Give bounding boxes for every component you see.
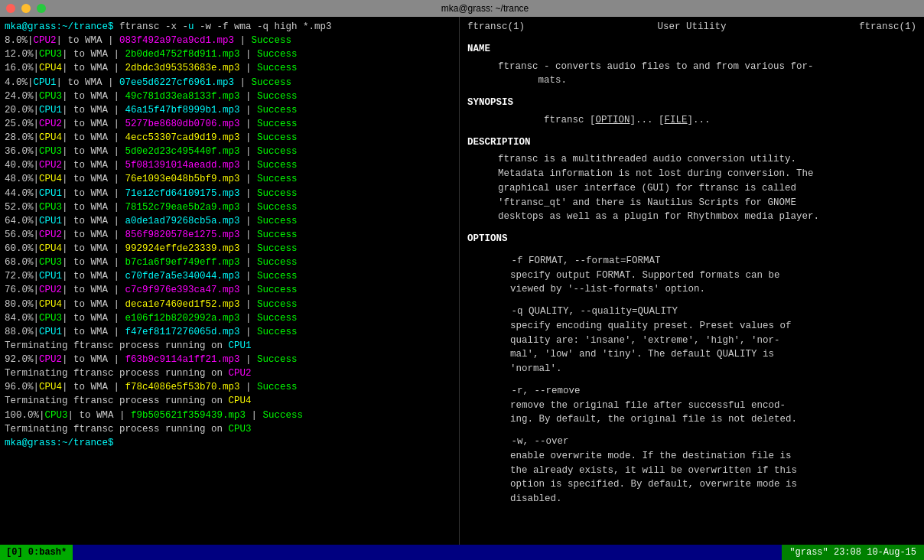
title-bar: mka@grass: ~/trance: [0, 0, 924, 17]
output-line: 76.0%|CPU2| to WMA | c7c9f976e393ca47.mp…: [5, 283, 454, 297]
final-prompt: mka@grass:~/trance$: [5, 436, 454, 450]
output-line: 16.0%|CPU4| to WMA | 2dbdc3d95353683e.mp…: [5, 61, 454, 75]
output-line: 8.0%|CPU2| to WMA | 083f492a97ea9cd1.mp3…: [5, 34, 454, 47]
output-line: 48.0%|CPU4| to WMA | 76e1093e048b5bf9.mp…: [5, 172, 454, 186]
output-line: 56.0%|CPU2| to WMA | 856f9820578e1275.mp…: [5, 228, 454, 242]
man-option-q: -q QUALITY, --quality=QUALITY: [467, 304, 916, 319]
output-line: 4.0%|CPU1| to WMA | 07ee5d6227cf6961.mp3…: [5, 76, 454, 90]
output-line: 40.0%|CPU2| to WMA | 5f081391014aeadd.mp…: [5, 158, 454, 172]
command-line: mka@grass:~/trance$ ftransc -x -u -w -f …: [5, 20, 454, 34]
output-line: 25.0%|CPU2| to WMA | 5277be8680db0706.mp…: [5, 117, 454, 131]
main-area: mka@grass:~/trance$ ftransc -x -u -w -f …: [0, 17, 924, 545]
status-tab[interactable]: [0] 0:bash*: [0, 545, 73, 560]
maximize-button[interactable]: [37, 4, 46, 13]
man-header-right: ftransc(1): [859, 20, 916, 34]
man-page-header: ftransc(1) User Utility ftransc(1): [467, 20, 916, 34]
output-line: 92.0%|CPU2| to WMA | f63b9c9114a1ff21.mp…: [5, 353, 454, 366]
right-manpage-pane: ftransc(1) User Utility ftransc(1) NAME …: [459, 17, 924, 545]
output-line: 52.0%|CPU3| to WMA | 78152c79eae5b2a9.mp…: [5, 200, 454, 214]
man-option-r: -r, --remove: [467, 384, 916, 399]
output-line: 24.0%|CPU3| to WMA | 49c781d33ea8133f.mp…: [5, 90, 454, 103]
man-header-center: User Utility: [657, 20, 726, 34]
terminating-line: Terminating ftransc process running on C…: [5, 422, 454, 436]
terminating-line: Terminating ftransc process running on C…: [5, 394, 454, 408]
output-line: 100.0%|CPU3| to WMA | f9b505621f359439.m…: [5, 409, 454, 422]
man-section-options: OPTIONS: [467, 232, 916, 246]
minimize-button[interactable]: [21, 4, 31, 13]
prompt-user: mka@grass:~/trance$: [5, 21, 114, 32]
output-line: 68.0%|CPU3| to WMA | b7c1a6f9ef749eff.mp…: [5, 256, 454, 269]
output-line: 72.0%|CPU1| to WMA | c70fde7a5e340044.mp…: [5, 269, 454, 283]
man-section-name: NAME: [467, 42, 916, 57]
output-line: 12.0%|CPU3| to WMA | 2b0ded4752f8d911.mp…: [5, 47, 454, 61]
output-line: 60.0%|CPU4| to WMA | 992924effde23339.mp…: [5, 242, 454, 256]
command-text: ftransc -x -u -w -f wma -q high *.mp3: [119, 21, 332, 32]
output-line: 80.0%|CPU4| to WMA | deca1e7460ed1f52.mp…: [5, 298, 454, 311]
terminating-line: Terminating ftransc process running on C…: [5, 339, 454, 353]
man-synopsis-body: ftransc [OPTION]... [FILE]...: [467, 113, 916, 128]
man-section-synopsis: SYNOPSIS: [467, 96, 916, 110]
window-title: mka@grass: ~/trance: [52, 3, 918, 14]
man-option-w: -w, --over: [467, 435, 916, 449]
left-terminal-pane[interactable]: mka@grass:~/trance$ ftransc -x -u -w -f …: [0, 17, 459, 545]
man-option-f-desc: specify output FORMAT. Supported formats…: [467, 269, 916, 298]
output-line: 64.0%|CPU1| to WMA | a0de1ad79268cb5a.mp…: [5, 214, 454, 228]
man-header-left: ftransc(1): [467, 20, 525, 34]
terminating-line: Terminating ftransc process running on C…: [5, 366, 454, 380]
output-line: 96.0%|CPU4| to WMA | f78c4086e5f53b70.mp…: [5, 380, 454, 394]
man-option-w-desc: enable overwrite mode. If the destinatio…: [467, 449, 916, 506]
output-line: 84.0%|CPU3| to WMA | e106f12b8202992a.mp…: [5, 311, 454, 325]
output-line: 28.0%|CPU4| to WMA | 4ecc53307cad9d19.mp…: [5, 131, 454, 145]
output-line: 44.0%|CPU1| to WMA | 71e12cfd64109175.mp…: [5, 187, 454, 200]
close-button[interactable]: [6, 4, 15, 13]
man-description-body: ftransc is a multithreaded audio convers…: [467, 152, 916, 224]
man-name-body: ftransc - converts audio files to and fr…: [467, 60, 916, 89]
output-line: 20.0%|CPU1| to WMA | 46a15f47bf8999b1.mp…: [5, 103, 454, 117]
man-section-description: DESCRIPTION: [467, 135, 916, 150]
man-option-f: -f FORMAT, --format=FORMAT: [467, 254, 916, 269]
man-option-r-desc: remove the original file after successfu…: [467, 399, 916, 428]
status-bar: [0] 0:bash* "grass" 23:08 10-Aug-15: [0, 545, 924, 560]
output-line: 88.0%|CPU1| to WMA | f47ef8117276065d.mp…: [5, 325, 454, 339]
status-info: "grass" 23:08 10-Aug-15: [782, 545, 924, 560]
output-line: 36.0%|CPU3| to WMA | 5d0e2d23c495440f.mp…: [5, 145, 454, 158]
man-option-q-desc: specify encoding quality preset. Preset …: [467, 319, 916, 376]
